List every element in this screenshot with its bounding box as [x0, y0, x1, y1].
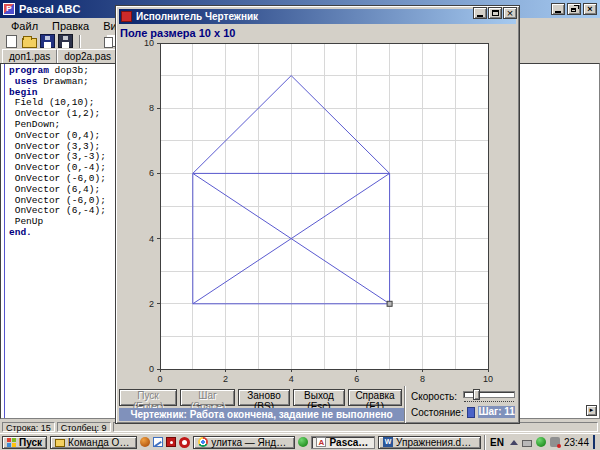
- open-folder-icon[interactable]: [22, 38, 37, 48]
- code-segment: dop3b;: [49, 65, 89, 76]
- executor-maximize-icon[interactable]: [488, 7, 502, 19]
- drawing-canvas: [157, 40, 491, 372]
- minimize-icon[interactable]: [551, 3, 565, 15]
- x-axis-tick-label: 6: [351, 374, 363, 384]
- code-segment: OnVector (-6,0);: [9, 173, 106, 184]
- code-segment: Drawman;: [38, 76, 89, 87]
- display-icon[interactable]: [593, 435, 595, 449]
- code-segment: OnVector (3,-3);: [9, 151, 106, 162]
- taskbar-button-chrome[interactable]: улитка — Яндекс: на...: [193, 436, 295, 449]
- pascal-icon: A: [316, 437, 326, 447]
- state-label: Состояние:: [411, 407, 464, 418]
- slider-ticks: [464, 401, 514, 403]
- system-tray: EN 23:44: [484, 435, 598, 450]
- tab-доп1.pas[interactable]: доп1.pas: [2, 49, 57, 63]
- taskbar-button-word[interactable]: WУпражнения.docx - M...: [378, 436, 481, 449]
- keyword: end.: [9, 227, 32, 238]
- executor-button-шаг: Шаг (Space): [180, 389, 235, 406]
- speed-label: Скорость:: [411, 391, 457, 402]
- taskbar-button-label: Pascal ABC: [329, 437, 370, 448]
- copy-icon[interactable]: [104, 37, 113, 48]
- executor-close-icon[interactable]: ×: [503, 7, 517, 19]
- pascal-abc-app-icon: P: [3, 3, 15, 15]
- executor-button-справка[interactable]: Справка (F1): [348, 389, 402, 406]
- main-caption-buttons: ×: [551, 3, 597, 15]
- quick-launch-orange-ball[interactable]: [140, 436, 150, 449]
- code-text: program dop3b; uses Drawman;begin Field …: [9, 66, 106, 239]
- taskbar-button-label: улитка — Яндекс: на...: [211, 437, 290, 448]
- taskbar-button-label: Команда OnVector: [68, 437, 132, 448]
- executor-title: Исполнитель Чертежник: [136, 11, 258, 22]
- x-axis-tick-label: 4: [285, 374, 297, 384]
- executor-caption-buttons: ×: [473, 7, 517, 19]
- status-line-number: Строка: 15: [2, 422, 55, 432]
- state-indicator: [467, 407, 476, 418]
- restore-icon[interactable]: [567, 3, 581, 15]
- tray-right: [593, 436, 595, 448]
- x-axis-tick-label: 8: [416, 374, 428, 384]
- executor-button-пуск: Пуск (Enter): [119, 389, 177, 406]
- quick-launch-opera[interactable]: [179, 436, 190, 449]
- code-segment: OnVector (1,2);: [9, 108, 100, 119]
- quick-launch-pdf[interactable]: [166, 436, 176, 449]
- notepad-icon: [153, 437, 163, 447]
- executor-button-заново[interactable]: Заново (BS): [238, 389, 290, 406]
- language-indicator[interactable]: EN: [490, 437, 504, 448]
- y-axis-tick-label: 8: [136, 103, 154, 113]
- green-ball-icon[interactable]: [536, 437, 546, 447]
- code-segment: OnVector (-6,0);: [9, 195, 106, 206]
- start-button[interactable]: Пуск: [2, 436, 47, 449]
- save-all-icon[interactable]: [58, 34, 73, 48]
- scroll-right-icon[interactable]: ►: [586, 405, 597, 416]
- status-col-number: Столбец: 9: [57, 422, 111, 432]
- close-icon[interactable]: ×: [583, 3, 597, 15]
- start-label: Пуск: [19, 437, 42, 448]
- y-axis-tick-label: 2: [136, 299, 154, 309]
- taskbar-button-folder[interactable]: Команда OnVector: [50, 436, 137, 449]
- code-segment: OnVector (0,-4);: [9, 162, 106, 173]
- keyword: program: [9, 65, 49, 76]
- code-segment: PenDown;: [9, 119, 60, 130]
- executor-titlebar[interactable]: Исполнитель Чертежник: [119, 9, 516, 24]
- main-window-title: Pascal ABC: [19, 3, 80, 15]
- executor-side-panel: Скорость: Состояние: Шаг: 11: [404, 386, 518, 423]
- y-axis-tick-label: 6: [136, 168, 154, 178]
- executor-app-icon: [121, 11, 132, 22]
- tab-dop2a.pas[interactable]: dop2a.pas: [57, 49, 118, 63]
- code-segment: OnVector (3,3);: [9, 141, 100, 152]
- drawing-field: 02468100246810: [136, 36, 511, 386]
- quick-launch-notepad[interactable]: [153, 436, 163, 449]
- code-segment: OnVector (0,4);: [9, 130, 100, 141]
- save-icon[interactable]: [40, 34, 55, 48]
- cut-icon[interactable]: [86, 34, 101, 48]
- x-axis-tick-label: 10: [482, 374, 494, 384]
- menu-item-1[interactable]: Правка: [45, 19, 96, 33]
- x-axis-tick-label: 2: [220, 374, 232, 384]
- arrow-up-icon[interactable]: [510, 436, 518, 445]
- y-axis-tick-label: 0: [136, 364, 154, 374]
- code-segment: OnVector (6,-4);: [9, 205, 106, 216]
- green-ball-icon: [298, 437, 308, 447]
- taskbar-button-label: Упражнения.docx - M...: [396, 437, 476, 448]
- y-axis-tick-label: 10: [136, 38, 154, 48]
- speed-slider[interactable]: [463, 389, 515, 403]
- y-axis-tick-label: 4: [136, 234, 154, 244]
- keyword: uses: [15, 76, 38, 87]
- opera-icon: [179, 437, 190, 448]
- volume-icon[interactable]: [550, 437, 560, 447]
- slider-thumb[interactable]: [473, 389, 480, 400]
- windows-flag-icon: [7, 438, 16, 447]
- quick-launch-green-ball[interactable]: [298, 436, 308, 449]
- printer-icon[interactable]: [522, 440, 532, 447]
- orange-ball-icon: [140, 437, 150, 447]
- taskbar-button-pascal[interactable]: APascal ABC: [311, 436, 375, 449]
- new-file-icon[interactable]: [6, 35, 17, 48]
- executor-button-выход[interactable]: Выход (Esc): [293, 389, 345, 406]
- executor-minimize-icon[interactable]: [473, 7, 487, 19]
- chrome-icon: [198, 437, 208, 447]
- folder-icon: [55, 439, 65, 447]
- step-counter: Шаг: 11: [478, 406, 515, 418]
- toolbar-separator: [79, 35, 80, 48]
- taskbar: Пуск Команда OnVectorулитка — Яндекс: на…: [0, 433, 600, 450]
- menu-item-0[interactable]: Файл: [4, 19, 45, 33]
